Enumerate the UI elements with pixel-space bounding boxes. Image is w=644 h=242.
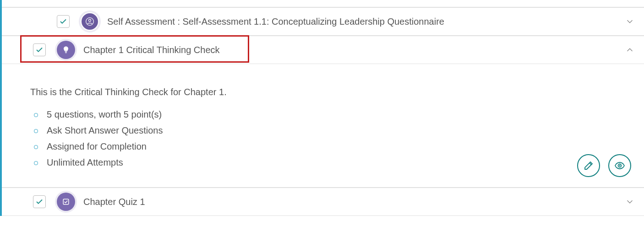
activity-title: Chapter Quiz 1 xyxy=(83,197,625,207)
activity-row-chapter-quiz[interactable]: Chapter Quiz 1 xyxy=(2,188,644,216)
select-checkbox[interactable] xyxy=(57,15,70,28)
eye-icon xyxy=(614,160,625,171)
activity-meta-item: 5 questions, worth 5 point(s) xyxy=(30,109,630,120)
activity-meta-item: Ask Short Answer Questions xyxy=(30,125,630,136)
activity-title: Self Assessment : Self-Assessment 1.1: C… xyxy=(107,16,625,27)
activity-meta-item: Assigned for Completion xyxy=(30,141,630,152)
select-checkbox[interactable] xyxy=(33,195,46,208)
preview-button[interactable] xyxy=(608,154,631,177)
activity-description: This is the Critical Thinking Check for … xyxy=(30,87,630,97)
svg-point-5 xyxy=(619,165,621,167)
svg-rect-3 xyxy=(65,53,66,53)
svg-rect-6 xyxy=(63,199,69,204)
lightbulb-icon xyxy=(57,41,75,59)
svg-point-1 xyxy=(89,19,91,22)
activity-meta-item: Unlimited Attempts xyxy=(30,157,630,168)
activity-details-panel: This is the Critical Thinking Check for … xyxy=(2,64,644,188)
activity-title: Chapter 1 Critical Thinking Check xyxy=(83,45,625,55)
chevron-up-icon[interactable] xyxy=(625,45,635,55)
activity-row-self-assessment[interactable]: Self Assessment : Self-Assessment 1.1: C… xyxy=(2,7,644,36)
check-icon xyxy=(59,17,67,26)
activity-row-critical-thinking[interactable]: Chapter 1 Critical Thinking Check xyxy=(2,36,644,64)
activity-meta-list: 5 questions, worth 5 point(s) Ask Short … xyxy=(30,109,630,168)
chevron-down-icon[interactable] xyxy=(625,16,635,27)
activity-actions xyxy=(577,154,631,177)
chevron-down-icon[interactable] xyxy=(625,197,635,207)
person-icon xyxy=(81,12,99,31)
select-checkbox[interactable] xyxy=(33,43,46,56)
check-icon xyxy=(35,198,44,206)
svg-rect-2 xyxy=(65,51,67,52)
pencil-icon xyxy=(583,160,594,171)
divider xyxy=(2,0,644,7)
check-icon xyxy=(35,46,44,54)
quiz-icon xyxy=(57,193,75,211)
content-list: Self Assessment : Self-Assessment 1.1: C… xyxy=(0,0,644,216)
edit-button[interactable] xyxy=(577,154,600,177)
